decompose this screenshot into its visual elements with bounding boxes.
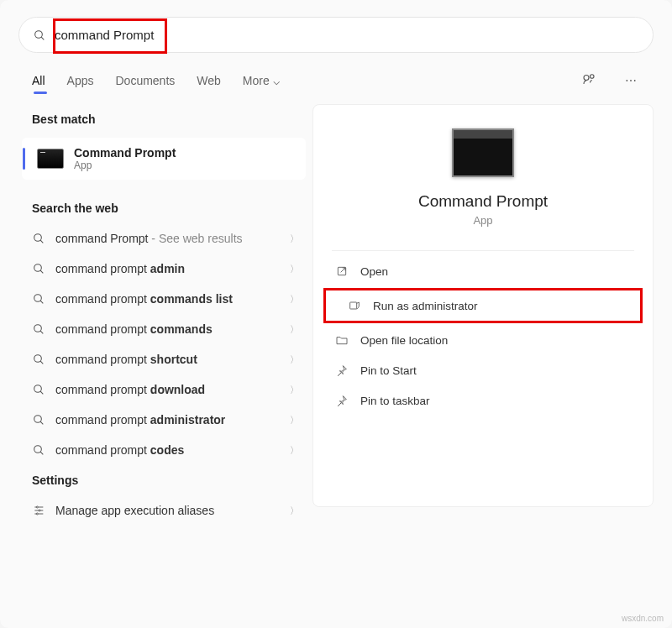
section-best-match: Best match bbox=[18, 104, 312, 134]
svg-point-4 bbox=[34, 234, 42, 242]
chevron-right-icon: 〉 bbox=[290, 323, 299, 336]
folder-icon bbox=[335, 333, 349, 347]
action-pin-to-start[interactable]: Pin to Start bbox=[313, 355, 653, 385]
search-bar[interactable] bbox=[18, 17, 654, 53]
web-suggestion-text: command prompt download bbox=[55, 383, 290, 396]
chevron-right-icon: 〉 bbox=[290, 353, 299, 366]
web-suggestion-text: command prompt commands bbox=[55, 322, 290, 336]
svg-point-12 bbox=[34, 355, 42, 363]
results-column: Best match Command Prompt App Search the… bbox=[18, 104, 312, 526]
search-input[interactable] bbox=[55, 28, 639, 42]
svg-line-7 bbox=[40, 270, 43, 273]
svg-point-16 bbox=[34, 416, 42, 423]
settings-item[interactable]: Manage app execution aliases〉 bbox=[18, 495, 312, 526]
svg-line-19 bbox=[40, 452, 43, 454]
chevron-right-icon: 〉 bbox=[290, 444, 299, 457]
action-run-as-administrator[interactable]: Run as administrator bbox=[323, 288, 643, 323]
detail-panel: Command Prompt App OpenRun as administra… bbox=[312, 104, 654, 507]
chevron-right-icon: 〉 bbox=[290, 505, 299, 517]
web-suggestion-text: command prompt shortcut bbox=[55, 353, 290, 366]
search-icon bbox=[33, 29, 46, 42]
web-suggestion[interactable]: command Prompt - See web results〉 bbox=[18, 223, 312, 254]
web-suggestion[interactable]: command prompt codes〉 bbox=[18, 435, 312, 465]
chevron-right-icon: 〉 bbox=[290, 233, 299, 245]
search-icon bbox=[32, 413, 45, 427]
tab-apps[interactable]: Apps bbox=[67, 74, 94, 87]
action-label: Pin to Start bbox=[360, 364, 417, 377]
tab-more[interactable]: More⌵ bbox=[243, 74, 280, 87]
web-suggestion[interactable]: command prompt download〉 bbox=[18, 374, 312, 405]
svg-line-1 bbox=[41, 37, 44, 39]
web-suggestion-text: command prompt commands list bbox=[55, 292, 290, 306]
watermark: wsxdn.com bbox=[622, 614, 664, 623]
search-icon bbox=[32, 443, 45, 457]
action-label: Pin to taskbar bbox=[360, 395, 430, 407]
search-icon bbox=[32, 232, 45, 245]
action-pin-to-taskbar[interactable]: Pin to taskbar bbox=[313, 385, 653, 416]
web-suggestion[interactable]: command prompt shortcut〉 bbox=[18, 344, 312, 374]
best-match-title: Command Prompt bbox=[74, 146, 176, 160]
action-open[interactable]: Open bbox=[313, 256, 653, 286]
filter-tabs: All Apps Documents Web More⌵ ⋯ bbox=[0, 61, 672, 104]
chevron-right-icon: 〉 bbox=[290, 414, 299, 427]
svg-point-28 bbox=[36, 513, 38, 515]
chevron-down-icon: ⌵ bbox=[273, 74, 280, 87]
detail-title: Command Prompt bbox=[313, 192, 653, 211]
pin-icon bbox=[335, 364, 349, 377]
settings-item-label: Manage app execution aliases bbox=[55, 504, 290, 517]
svg-point-2 bbox=[584, 76, 589, 81]
search-icon bbox=[32, 353, 45, 366]
web-suggestion[interactable]: command prompt commands list〉 bbox=[18, 284, 312, 314]
svg-line-9 bbox=[40, 301, 43, 303]
action-label: Open bbox=[360, 265, 388, 278]
cmd-icon bbox=[37, 149, 64, 169]
tab-documents[interactable]: Documents bbox=[115, 74, 175, 87]
search-icon bbox=[32, 262, 45, 275]
best-match-subtitle: App bbox=[74, 160, 176, 171]
svg-point-18 bbox=[34, 446, 42, 453]
search-icon bbox=[32, 292, 45, 306]
svg-point-3 bbox=[591, 75, 595, 79]
tab-all[interactable]: All bbox=[32, 74, 45, 87]
web-suggestion-text: command prompt administrator bbox=[55, 413, 290, 427]
chevron-right-icon: 〉 bbox=[290, 293, 299, 306]
more-options-icon[interactable]: ⋯ bbox=[622, 71, 640, 91]
svg-line-5 bbox=[40, 240, 43, 243]
open-icon bbox=[335, 264, 349, 278]
svg-point-0 bbox=[35, 30, 43, 38]
section-search-web: Search the web bbox=[18, 193, 312, 223]
svg-point-27 bbox=[39, 510, 40, 511]
web-suggestion[interactable]: command prompt administrator〉 bbox=[18, 405, 312, 435]
svg-point-6 bbox=[34, 264, 42, 272]
svg-point-26 bbox=[36, 506, 38, 508]
web-suggestion-text: command prompt admin bbox=[55, 262, 290, 275]
web-suggestion-text: command Prompt - See web results bbox=[55, 232, 290, 245]
svg-point-14 bbox=[34, 385, 42, 393]
web-suggestion[interactable]: command prompt commands〉 bbox=[18, 314, 312, 344]
chevron-right-icon: 〉 bbox=[290, 384, 299, 396]
pin-icon bbox=[335, 394, 349, 407]
svg-rect-30 bbox=[350, 302, 357, 309]
chevron-right-icon: 〉 bbox=[290, 263, 299, 275]
search-icon bbox=[32, 322, 45, 336]
action-label: Run as administrator bbox=[373, 300, 478, 312]
action-open-file-location[interactable]: Open file location bbox=[313, 325, 653, 355]
web-suggestion[interactable]: command prompt admin〉 bbox=[18, 254, 312, 284]
best-match-item[interactable]: Command Prompt App bbox=[22, 138, 306, 180]
cmd-large-icon bbox=[452, 128, 514, 177]
action-label: Open file location bbox=[360, 334, 448, 347]
section-settings: Settings bbox=[18, 465, 312, 495]
tab-web[interactable]: Web bbox=[197, 74, 221, 87]
svg-line-15 bbox=[40, 391, 43, 394]
shield-admin-icon bbox=[348, 299, 361, 312]
feedback-icon[interactable] bbox=[578, 68, 600, 92]
search-icon bbox=[32, 383, 45, 396]
detail-subtitle: App bbox=[313, 214, 653, 227]
settings-list-icon bbox=[32, 504, 45, 517]
svg-line-11 bbox=[40, 331, 43, 333]
svg-line-17 bbox=[40, 421, 43, 424]
svg-line-13 bbox=[40, 361, 43, 364]
svg-point-10 bbox=[34, 325, 42, 332]
web-suggestion-text: command prompt codes bbox=[55, 443, 290, 457]
svg-point-8 bbox=[34, 295, 42, 302]
